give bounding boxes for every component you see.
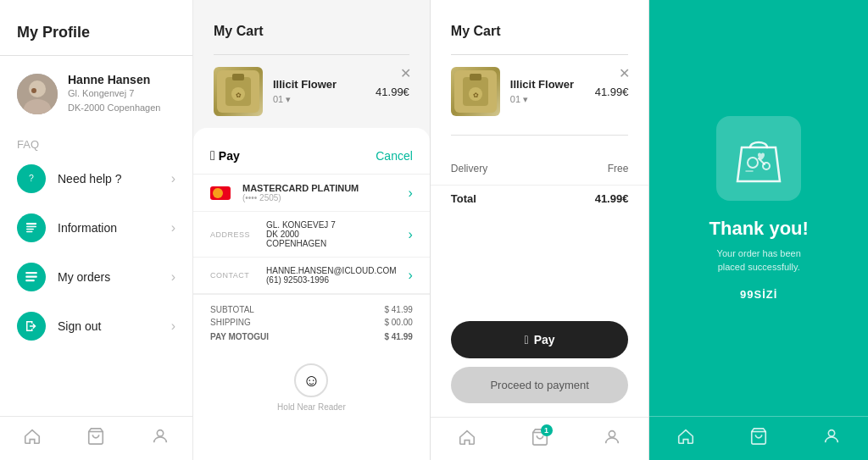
home-icon[interactable] (458, 428, 476, 450)
cart-title: My Cart (214, 24, 409, 39)
bag-icon[interactable] (86, 427, 105, 450)
page-title: My Profile (0, 0, 192, 56)
cart-item: ✿ Illicit Flower 01 ▾ 41.99€ ✕ (193, 55, 430, 128)
svg-point-25 (609, 431, 615, 437)
profile-icon[interactable] (151, 427, 170, 450)
shipping-row: SHIPPING $ 00.00 (210, 316, 413, 329)
total-row: Total 41.99€ (431, 185, 649, 212)
contact-label: CONTACT (210, 271, 254, 280)
chevron-right-icon: › (409, 186, 413, 201)
payment-card-row[interactable]: MASTERCARD PLATINUM (•••• 2505) › (193, 175, 430, 212)
card-info: MASTERCARD PLATINUM (•••• 2505) (242, 183, 397, 202)
svg-rect-11 (25, 280, 35, 281)
cart2-title: My Cart (451, 24, 629, 39)
menu-item-need-help[interactable]: ? Need help ? › (0, 154, 192, 203)
payment-address-row[interactable]: ADDRESS GL. KONGEVEJ 7 DK 2000 COPENHAGE… (193, 212, 430, 258)
cart2-item-qty: 01 ▾ (510, 94, 585, 105)
svg-text:✿: ✿ (236, 91, 242, 99)
cart-header: My Cart (193, 0, 430, 54)
svg-point-13 (157, 430, 163, 436)
delivery-label: Delivery (451, 163, 487, 175)
payment-contact-row[interactable]: CONTACT HANNE.HANSEN@ICLOUD.COM (61) 925… (193, 258, 430, 294)
thankyou-subtitle: Your order has beenplaced successfully. (717, 247, 801, 274)
cart2-item-details: Illicit Flower 01 ▾ (510, 78, 585, 105)
payment-sheet:  Pay Cancel MASTERCARD PLATINUM (•••• 2… (193, 128, 430, 460)
nfc-reader-section: ☺ Hold Near Reader (193, 352, 430, 420)
svg-rect-8 (26, 231, 33, 233)
menu-label-information: Information (58, 221, 159, 235)
cart2-header: My Cart (431, 0, 649, 54)
chevron-right-icon: › (171, 171, 175, 186)
apple-pay-button[interactable]:  Pay (451, 321, 629, 358)
apple-icon:  (525, 333, 529, 346)
thankyou-bottom-nav (649, 416, 868, 460)
payment-subtotals: SUBTOTAL $ 41.99 SHIPPING $ 00.00 PAY MO… (193, 294, 430, 352)
profile-icon[interactable] (603, 428, 621, 450)
item-qty: 01 ▾ (273, 94, 365, 105)
menu-label-my-orders: My orders (58, 270, 159, 284)
bag-icon-container (716, 116, 801, 201)
order-id: 99SİZİ (740, 288, 777, 301)
svg-point-1 (29, 80, 46, 97)
cart2-item-image: ✿ (451, 67, 500, 116)
sign-out-icon (17, 312, 46, 341)
bag-icon[interactable]: 1 (531, 428, 549, 450)
profile-icon[interactable] (822, 427, 841, 450)
panel-thankyou: Thank you! Your order has beenplaced suc… (649, 0, 868, 460)
svg-point-26 (748, 158, 758, 168)
faq-label: FAQ (0, 131, 192, 154)
chevron-right-icon: › (171, 269, 175, 285)
svg-rect-10 (25, 276, 37, 278)
need-help-icon: ? (17, 164, 46, 193)
svg-point-27 (763, 163, 770, 169)
svg-rect-7 (26, 229, 34, 230)
pay-total-row: PAY MOTOGUI $ 41.99 (210, 330, 413, 343)
my-orders-icon (17, 263, 46, 291)
chevron-right-icon: › (409, 227, 413, 242)
svg-rect-16 (232, 74, 244, 80)
address-value: GL. KONGEVEJ 7 DK 2000 COPENHAGEN (266, 220, 397, 248)
total-label: Total (451, 192, 476, 205)
panel-cart-checkout: My Cart ✿ Illicit Flower 01 ▾ 41.99€ ✕ (431, 0, 650, 460)
payment-sheet-header:  Pay Cancel (193, 141, 430, 175)
menu-label-sign-out: Sign out (58, 319, 159, 333)
close-icon[interactable]: ✕ (619, 65, 630, 81)
item-image: ✿ (214, 67, 263, 116)
address-label: ADDRESS (210, 230, 254, 239)
bag-icon[interactable] (749, 427, 768, 450)
nfc-label: Hold Near Reader (277, 402, 346, 412)
home-icon[interactable] (23, 427, 42, 450)
svg-rect-5 (26, 223, 36, 224)
item-details: Illicit Flower 01 ▾ (273, 78, 365, 105)
svg-text:?: ? (29, 173, 34, 183)
cart2-item: ✿ Illicit Flower 01 ▾ 41.99€ ✕ (431, 55, 649, 128)
user-info-section: Hanne Hansen Gl. Kongenvej 7 DK-2000 Cop… (0, 56, 192, 131)
menu-label-need-help: Need help ? (58, 172, 159, 186)
apple-pay-label:  Pay (210, 148, 240, 163)
svg-rect-9 (25, 272, 37, 274)
menu-item-sign-out[interactable]: Sign out › (0, 302, 192, 351)
item-name: Illicit Flower (273, 78, 365, 91)
avatar (17, 74, 58, 114)
svg-point-29 (828, 430, 834, 436)
proceed-payment-button[interactable]: Proceed to payment (451, 367, 629, 403)
cart2-item-name: Illicit Flower (510, 78, 585, 91)
total-value: 41.99€ (595, 192, 629, 205)
home-icon[interactable] (676, 427, 695, 450)
svg-point-3 (31, 88, 36, 93)
contact-value: HANNE.HANSEN@ICLOUD.COM (61) 92503-1996 (266, 266, 397, 285)
close-icon[interactable]: ✕ (400, 65, 411, 81)
cart2-bottom-nav: 1 (431, 417, 649, 460)
nfc-icon: ☺ (294, 363, 328, 397)
item-price: 41.99€ (376, 86, 409, 98)
thankyou-content: Thank you! Your order has beenplaced suc… (649, 0, 868, 416)
cancel-button[interactable]: Cancel (376, 149, 413, 163)
information-icon (17, 213, 46, 242)
svg-rect-21 (470, 74, 481, 80)
mastercard-icon (210, 186, 231, 200)
menu-item-information[interactable]: Information › (0, 203, 192, 252)
svg-text:✿: ✿ (472, 91, 478, 99)
chevron-right-icon: › (171, 220, 175, 236)
user-name: Hanne Hansen (68, 73, 160, 86)
menu-item-my-orders[interactable]: My orders › (0, 252, 192, 302)
